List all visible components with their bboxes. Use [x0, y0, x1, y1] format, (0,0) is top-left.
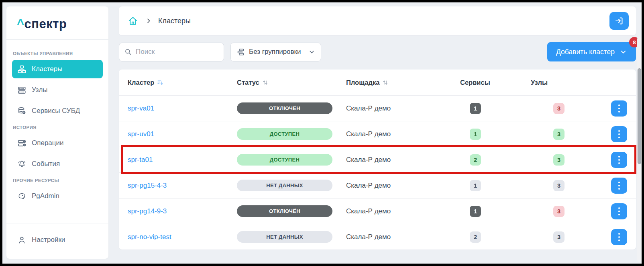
services-count-badge: 2: [470, 231, 481, 243]
chevron-down-icon: [308, 49, 315, 55]
table-row: spr-no-vip-test НЕТ ДАННЫХ Скала-Р демо …: [119, 224, 636, 250]
column-header-nodes: Узлы: [531, 79, 604, 86]
cluster-link[interactable]: spr-pg14-9-3: [128, 207, 167, 215]
row-actions-button[interactable]: [611, 203, 627, 219]
sidebar-nav: ОБЪЕКТЫ УПРАВЛЕНИЯ Кластеры Узлы Сервисы…: [6, 40, 108, 223]
cluster-link[interactable]: spr-va01: [128, 104, 154, 112]
add-cluster-label: Добавить кластер: [556, 48, 615, 56]
pgadmin-elephant-icon: [17, 191, 26, 201]
column-header-status[interactable]: Статус: [237, 79, 346, 86]
table-row: spr-pg15-4-3 НЕТ ДАННЫХ Скала-Р демо 1 3: [119, 172, 636, 198]
cluster-link[interactable]: spr-pg15-4-3: [128, 182, 167, 189]
add-cluster-button[interactable]: Добавить кластер 8: [547, 42, 636, 61]
cluster-link[interactable]: spr-uv01: [128, 130, 154, 138]
cluster-link[interactable]: spr-ta01: [128, 156, 153, 164]
row-actions-button[interactable]: [611, 126, 627, 142]
cluster-link[interactable]: spr-no-vip-test: [128, 233, 171, 241]
grouping-value: Без группировки: [249, 48, 301, 56]
vertical-scrollbar[interactable]: [637, 37, 642, 262]
grouping-dropdown[interactable]: Без группировки: [230, 43, 321, 61]
sidebar-item-label: Кластеры: [32, 65, 63, 73]
sidebar-item-clusters[interactable]: Кластеры: [12, 60, 103, 78]
database-gear-icon: [17, 106, 26, 116]
status-badge: ДОСТУПЕН: [237, 128, 332, 140]
table-header-row: Кластер Статус Площадка: [119, 70, 636, 95]
site-cell: Скала-Р демо: [346, 233, 460, 241]
services-count-badge: 2: [470, 154, 481, 166]
sidebar-item-pgadmin[interactable]: PgAdmin: [12, 187, 103, 205]
services-count-badge: 1: [470, 129, 481, 140]
sort-ascending-icon[interactable]: [157, 79, 164, 86]
services-count-badge: 1: [470, 206, 481, 217]
column-header-cluster[interactable]: Кластер: [128, 79, 237, 86]
row-actions-button[interactable]: [611, 178, 627, 194]
sidebar: ^спектр ОБЪЕКТЫ УПРАВЛЕНИЯ Кластеры Узлы: [6, 6, 108, 259]
bell-icon: [17, 159, 26, 169]
nodes-count-badge: 3: [553, 154, 565, 166]
status-badge: ОТКЛЮЧЁН: [237, 102, 332, 114]
chevron-right-icon: [145, 18, 152, 24]
server-icon: [17, 85, 26, 95]
site-cell: Скала-Р демо: [346, 207, 460, 215]
row-actions-button[interactable]: [611, 152, 627, 168]
sort-updown-icon[interactable]: [262, 80, 268, 86]
main-content: Кластеры Без группировки: [119, 6, 636, 250]
row-actions-button[interactable]: [611, 100, 627, 117]
logout-button[interactable]: [609, 12, 629, 30]
breadcrumb: Кластеры: [119, 6, 636, 35]
sidebar-footer: Настройки: [6, 223, 108, 259]
app-window: ^спектр ОБЪЕКТЫ УПРАВЛЕНИЯ Кластеры Узлы: [2, 2, 642, 264]
sidebar-item-label: Узлы: [32, 86, 48, 94]
column-label: Кластер: [128, 79, 154, 86]
nodes-count-badge: 3: [553, 103, 565, 114]
site-cell: Скала-Р демо: [346, 156, 460, 164]
column-header-services: Сервисы: [460, 79, 531, 86]
operations-icon: [17, 138, 26, 148]
sidebar-item-label: Настройки: [32, 236, 65, 244]
sidebar-item-settings[interactable]: Настройки: [17, 231, 98, 249]
search-input[interactable]: [136, 48, 224, 56]
sidebar-item-events[interactable]: События: [12, 155, 103, 173]
cluster-icon: [17, 64, 26, 74]
logo-caret: ^: [17, 17, 24, 31]
column-label: Узлы: [531, 79, 548, 86]
status-badge: НЕТ ДАННЫХ: [237, 180, 332, 191]
sidebar-item-nodes[interactable]: Узлы: [12, 81, 103, 99]
sort-updown-icon[interactable]: [382, 80, 388, 86]
column-header-site[interactable]: Площадка: [346, 79, 460, 86]
nodes-count-badge: 3: [553, 231, 565, 243]
row-actions-button[interactable]: [611, 229, 627, 245]
services-count-badge: 1: [470, 180, 481, 191]
grouping-icon: [236, 48, 245, 56]
sidebar-item-operations[interactable]: Операции: [12, 134, 103, 152]
nav-group-label-other: ПРОЧИЕ РЕСУРСЫ: [13, 178, 102, 183]
scrollbar-thumb[interactable]: [638, 68, 641, 164]
table-row: spr-va01 ОТКЛЮЧЁН Скала-Р демо 1 3: [119, 95, 636, 121]
toolbar: Без группировки Добавить кластер 8: [119, 42, 636, 61]
nodes-count-badge: 3: [553, 129, 565, 140]
sidebar-item-label: События: [32, 160, 60, 168]
column-label: Статус: [237, 79, 259, 86]
site-cell: Скала-Р демо: [346, 182, 460, 190]
nav-group-label-objects: ОБЪЕКТЫ УПРАВЛЕНИЯ: [13, 51, 102, 56]
status-badge: НЕТ ДАННЫХ: [237, 231, 332, 243]
site-cell: Скала-Р демо: [346, 130, 460, 138]
search-box: [119, 43, 224, 61]
status-badge: ДОСТУПЕН: [237, 154, 332, 166]
sidebar-item-db-services[interactable]: Сервисы СУБД: [12, 102, 103, 120]
login-arrow-icon: [614, 16, 624, 26]
table-row-highlighted: spr-ta01 ДОСТУПЕН Скала-Р демо 2 3: [119, 147, 636, 172]
sidebar-item-label: Операции: [32, 139, 64, 147]
breadcrumb-current: Кластеры: [158, 17, 191, 25]
sidebar-item-label: Сервисы СУБД: [32, 107, 80, 115]
nodes-count-badge: 3: [553, 180, 565, 191]
chevron-down-icon: [620, 48, 627, 56]
nav-group-label-history: ИСТОРИЯ: [13, 125, 102, 130]
home-icon[interactable]: [128, 16, 138, 26]
user-icon: [17, 235, 26, 245]
search-icon: [124, 48, 132, 56]
status-badge: ОТКЛЮЧЁН: [237, 205, 332, 217]
table-row: spr-pg14-9-3 ОТКЛЮЧЁН Скала-Р демо 1 3: [119, 198, 636, 224]
column-label: Сервисы: [460, 79, 490, 86]
logo-text: спектр: [24, 17, 67, 31]
